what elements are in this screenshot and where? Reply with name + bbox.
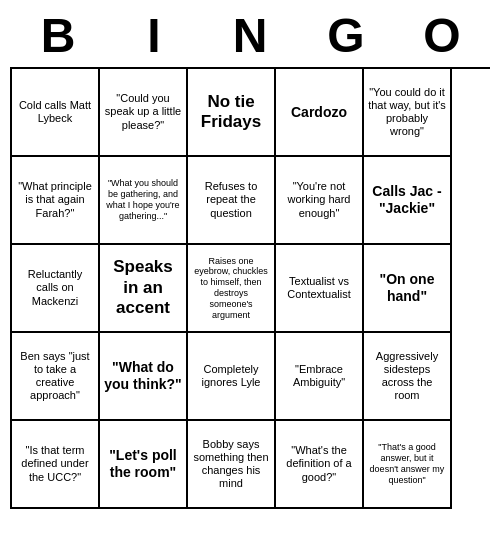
letter-i: I: [110, 8, 198, 63]
bingo-cell-24[interactable]: "That's a good answer, but it doesn't an…: [364, 421, 452, 509]
bingo-cell-3[interactable]: Cardozo: [276, 69, 364, 157]
bingo-cell-6[interactable]: "What you should be gathering, and what …: [100, 157, 188, 245]
bingo-cell-23[interactable]: "What's the definition of a good?": [276, 421, 364, 509]
bingo-cell-2[interactable]: No tie Fridays: [188, 69, 276, 157]
bingo-grid: Cold calls Matt Lybeck"Could you speak u…: [10, 67, 490, 509]
letter-n: N: [206, 8, 294, 63]
bingo-cell-12[interactable]: Raises one eyebrow, chuckles to himself,…: [188, 245, 276, 333]
bingo-cell-19[interactable]: Aggressively sidesteps across the room: [364, 333, 452, 421]
bingo-cell-5[interactable]: "What principle is that again Farah?": [12, 157, 100, 245]
bingo-cell-9[interactable]: Calls Jac - "Jackie": [364, 157, 452, 245]
bingo-cell-16[interactable]: "What do you think?": [100, 333, 188, 421]
bingo-cell-22[interactable]: Bobby says something then changes his mi…: [188, 421, 276, 509]
bingo-cell-20[interactable]: "Is that term defined under the UCC?": [12, 421, 100, 509]
bingo-cell-14[interactable]: "On one hand": [364, 245, 452, 333]
bingo-cell-10[interactable]: Reluctantly calls on Mackenzi: [12, 245, 100, 333]
bingo-cell-7[interactable]: Refuses to repeat the question: [188, 157, 276, 245]
letter-b: B: [14, 8, 102, 63]
bingo-cell-8[interactable]: "You're not working hard enough": [276, 157, 364, 245]
bingo-cell-0[interactable]: Cold calls Matt Lybeck: [12, 69, 100, 157]
bingo-header: B I N G O: [10, 0, 490, 67]
bingo-cell-11[interactable]: Speaks in an accent: [100, 245, 188, 333]
letter-g: G: [302, 8, 390, 63]
bingo-cell-1[interactable]: "Could you speak up a little please?": [100, 69, 188, 157]
bingo-cell-4[interactable]: "You could do it that way, but it's prob…: [364, 69, 452, 157]
bingo-cell-21[interactable]: "Let's poll the room": [100, 421, 188, 509]
letter-o: O: [398, 8, 486, 63]
bingo-cell-15[interactable]: Ben says "just to take a creative approa…: [12, 333, 100, 421]
bingo-cell-18[interactable]: "Embrace Ambiguity": [276, 333, 364, 421]
bingo-cell-17[interactable]: Completely ignores Lyle: [188, 333, 276, 421]
bingo-cell-13[interactable]: Textualist vs Contextualist: [276, 245, 364, 333]
